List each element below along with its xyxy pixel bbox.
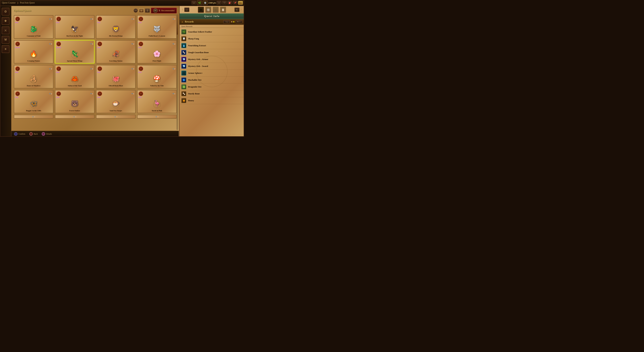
cross-button[interactable]: ✕	[14, 132, 18, 136]
reward-icon-mystery-orb-sword: 💎	[181, 64, 186, 69]
quest-card-pallid-beast[interactable]: ⚔ ★ 3 ◎ 🐺 Pallid Beast's Lament	[137, 15, 177, 39]
quest-card-consumer-of-void[interactable]: ⚔ ★ 3 ◎ 🐉 Consumer of Void	[14, 15, 54, 39]
star-icon: ★	[172, 68, 174, 70]
hint-card-3: ★ 1	[96, 115, 136, 119]
r2-button[interactable]: R2	[238, 1, 243, 5]
quest-info-inner: 《 L2 ⚙ 🔘 ⚔ 📋 R2 》 Quest Info ⚔ Rewards	[180, 6, 244, 105]
star-icon: ★	[49, 68, 51, 70]
quest-card-scorching-simian[interactable]: ⚔ ★ 2 ◎ 🦧 Scorching Simian	[96, 40, 136, 64]
grid-view-button[interactable]: ⊞	[139, 8, 144, 13]
quest-card-oilwell-basin[interactable]: ⚔ ★ 2 ◎ 🐙 Oilwell Basin Blast	[96, 65, 136, 88]
star-rating: ★ 3	[90, 43, 93, 45]
quest-card-name: Veiled by the Tide	[138, 85, 175, 87]
circle-button[interactable]: ○	[29, 132, 33, 136]
monster-icon: 🦀	[71, 75, 78, 82]
sidebar-icon-cross[interactable]: ❖	[2, 17, 10, 25]
monster-icon: 🐺	[153, 25, 161, 32]
reward-item-guardian-feather[interactable]: 🌿 Guardian Seikret Feather	[180, 28, 244, 35]
l1-button[interactable]: 《 L1	[223, 20, 230, 23]
rewards-list: 🌿 Guardian Seikret Feather 🦷 Sharp Fang …	[180, 28, 244, 105]
nav-left-arrow[interactable]: 《	[181, 8, 183, 11]
quest-card-his-eternal-reign[interactable]: ⚔ ★ 3 ◎ 🦁 His Eternal Reign	[96, 15, 136, 39]
quest-emblem: ⚔	[15, 41, 20, 46]
reward-icon-nourishing-extract: 💧	[181, 43, 186, 48]
monster-icon: 🔥	[30, 50, 38, 57]
quest-emblem: ⚔	[15, 16, 20, 21]
star-count: 3	[92, 43, 93, 45]
r2-panel-button[interactable]: R2	[234, 7, 240, 12]
reward-item-machalite-ore[interactable]: 🔷 Machalite Ore	[180, 77, 244, 83]
reward-item-sturdy-bone[interactable]: 🦴 Sturdy Bone	[180, 90, 244, 97]
reward-item-tough-bone[interactable]: 🦴 Tough Guardian Bone	[180, 49, 244, 56]
reward-item-sharp-fang[interactable]: 🦷 Sharp Fang	[180, 35, 244, 42]
monster-icon: 🦁	[112, 25, 120, 32]
sidebar-icon-anvil[interactable]: ⚒	[2, 36, 10, 43]
reward-icon-sharp-fang: 🦷	[181, 36, 186, 41]
quest-card-buggin-cliffs[interactable]: ⚔ ★ 2 ◎ 🦋 Buggin' in the Cliffs	[14, 90, 54, 113]
reward-item-nourishing-extract[interactable]: 💧 Nourishing Extract	[180, 42, 244, 49]
monster-image: ◎ 🦁	[98, 23, 134, 34]
reward-item-dragonite-ore[interactable]: 🟩 Dragonite Ore	[180, 83, 244, 90]
reward-item-mystery-orb-sword[interactable]: 💎 Mystery Orb - Sword	[180, 63, 244, 70]
sort-button[interactable]: R3 ⇅ Recommended	[151, 8, 177, 13]
reward-name-mystery-orb-sword: Mystery Orb - Sword	[188, 65, 208, 67]
reward-name-guardian-feather: Guardian Seikret Feather	[188, 30, 212, 33]
details-action[interactable]: □ Details	[42, 132, 52, 136]
star-icon: ★	[49, 92, 51, 95]
hint-num: 1	[76, 116, 76, 118]
reward-icon-dragonite-ore: 🟩	[181, 84, 186, 89]
list-view-button[interactable]: ☰	[145, 8, 150, 13]
reward-item-honey[interactable]: 🍯 Honey	[180, 97, 244, 104]
square-button[interactable]: □	[42, 132, 45, 136]
reward-item-armor-sphere-plus[interactable]: ⬡ Armor Sphere+	[180, 70, 244, 77]
l2-panel-button[interactable]: L2	[184, 7, 189, 12]
quest-card-red-eyes[interactable]: ⚔ ★ 3 ◎ 🦅 Red Eyes in the Night	[55, 15, 94, 39]
reward-name-armor-sphere: Armor Sphere+	[188, 72, 202, 74]
quest-emblem: ⚔	[138, 91, 143, 96]
l3-button[interactable]: L3	[134, 8, 138, 13]
monster-icon: 🦂	[30, 75, 38, 82]
panel-nav-icon-3[interactable]: ⚔	[213, 7, 219, 13]
star-rating: ★ 2	[172, 43, 176, 45]
sidebar-icon-gear[interactable]: ⚙	[2, 8, 10, 15]
star-icon: ★	[131, 68, 133, 70]
quest-card-creeping-flames[interactable]: ⚔ ★ 3 ◎ 🔥 Creeping Flames	[14, 40, 54, 64]
sidebar-icon-sun[interactable]: ☀	[2, 45, 10, 53]
quest-card-sultan-of-sand[interactable]: ⚔ ★ 2 ◎ 🦀 Sultan of the Sand	[55, 65, 94, 88]
quest-card-spread-those-wings[interactable]: ⚔ ★ 3 ◎ 🦎 Spread Those Wings	[55, 40, 94, 64]
quest-card-tussle-in-pink[interactable]: ⚔ ★ 1 ◎ 🦩 Tussle in Pink	[137, 90, 177, 113]
quest-card-name: Red Eyes in the Night	[56, 35, 93, 37]
panel-nav-icon-1[interactable]: ⚙	[198, 7, 204, 13]
quest-card-sand-sea-surges[interactable]: ⚔ ★ 1 ◎ 🐡 Sand Sea Surges	[96, 90, 136, 113]
r3-button: R3	[153, 8, 158, 13]
l2-button[interactable]: L2	[192, 1, 196, 5]
star-count: 1	[133, 93, 134, 95]
star-count: 3	[92, 18, 93, 20]
panel-nav-icon-4[interactable]: 📋	[220, 7, 226, 13]
quest-card-forest-outlaw[interactable]: ⚔ ★ 1 ◎ 🐻 Forest Outlaw	[55, 90, 94, 113]
star-rating: ★ 2	[131, 68, 134, 70]
star-count: 2	[92, 68, 93, 70]
reward-icon-machalite-ore: 🔷	[181, 77, 186, 82]
star-count: 2	[133, 43, 134, 45]
quest-card-dance-of-shadows[interactable]: ⚔ ★ 2 ◎ 🦂 Dance of Shadows	[14, 65, 54, 88]
quest-card-fleet-flight[interactable]: ⚔ ★ 2 ◎ 🌸 Fleet Flight	[137, 40, 177, 64]
reward-item-mystery-orb-armor[interactable]: 💎 Mystery Orb - Armor	[180, 56, 244, 63]
top-right-area: L2 🌿 🔘 2308 pts ⚔ 🛡 🎒 📌 R2	[192, 1, 243, 5]
quest-card-name: Tussle in Pink	[138, 110, 175, 112]
quest-card-name: Forest Outlaw	[56, 110, 93, 112]
quest-emblem: ⚔	[98, 41, 102, 46]
star-icon: ★	[172, 92, 174, 95]
confirm-action[interactable]: ✕ Confirm	[14, 132, 25, 136]
back-action[interactable]: ○ Back	[29, 132, 38, 136]
rewards-subtitle: Quest Rewards	[180, 25, 244, 28]
panel-nav-icon-2[interactable]: 🔘	[205, 7, 211, 13]
icon-swords: ⚔	[217, 1, 221, 5]
quest-emblem: ⚔	[56, 66, 61, 71]
r1-button[interactable]: R1 》	[236, 20, 242, 23]
monster-icon: 🐉	[30, 25, 38, 32]
nav-right-arrow[interactable]: 》	[240, 8, 243, 11]
quest-card-veiled-by-tide[interactable]: ⚔ ★ 2 ◎ 🍄 Veiled by the Tide	[137, 65, 177, 88]
star-icon: ★	[90, 68, 92, 70]
sidebar-icon-sword[interactable]: ⚔	[2, 26, 10, 34]
